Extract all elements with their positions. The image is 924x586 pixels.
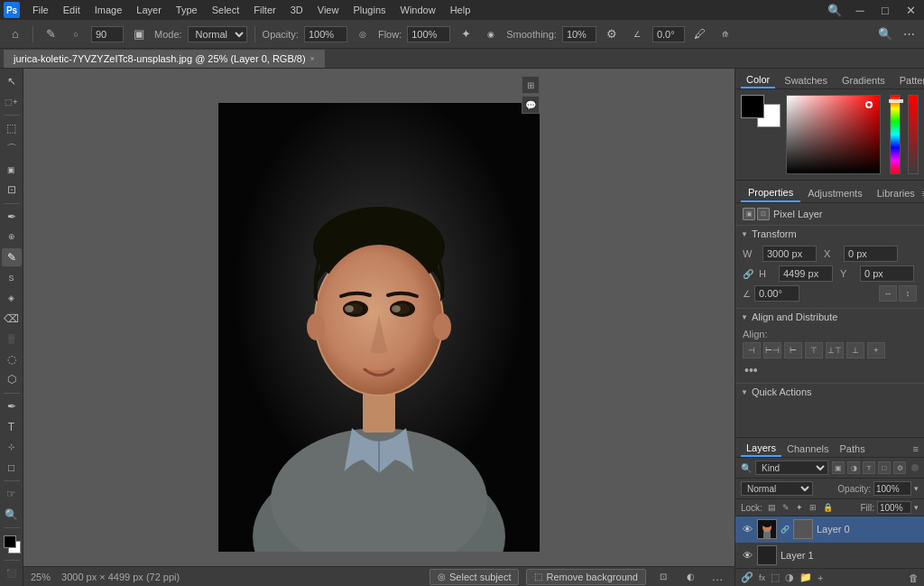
adjustment-layer-icon[interactable]: ◑ (785, 572, 794, 583)
path-select-tool[interactable]: ⊹ (2, 438, 22, 457)
layer-1-visibility-icon[interactable]: 👁 (741, 549, 753, 562)
layer-row-0[interactable]: 👁 🔗 Layer 0 (735, 516, 924, 543)
menu-view[interactable]: View (310, 3, 346, 17)
pen-tool[interactable]: ✒ (2, 397, 22, 416)
menu-type[interactable]: Type (169, 3, 205, 17)
filter-kind-dropdown[interactable]: Kind (755, 460, 828, 475)
search-icon[interactable]: 🔍 (825, 0, 845, 20)
tab-adjustments[interactable]: Adjustments (800, 185, 870, 201)
tab-color[interactable]: Color (741, 72, 775, 88)
tab-paths[interactable]: Paths (835, 442, 871, 456)
layer-row-1[interactable]: 👁 Layer 1 (735, 543, 924, 569)
smoothing-input[interactable] (562, 26, 596, 42)
angle-icon[interactable]: ∠ (627, 24, 647, 44)
height-input[interactable] (779, 265, 833, 282)
opacity-chevron[interactable]: ▾ (914, 484, 919, 493)
history-brush-tool[interactable]: ◈ (2, 289, 22, 308)
layer-icon-1[interactable]: ▣ (743, 208, 755, 220)
transform-section-header[interactable]: ▼ Transform (735, 225, 924, 242)
remove-background-button[interactable]: ⬚ Remove background (526, 569, 646, 585)
color-gradient-picker[interactable] (786, 95, 881, 174)
crop-tool[interactable]: ⊡ (2, 181, 22, 200)
layers-panel-menu-icon[interactable]: ≡ (913, 443, 919, 454)
restore-icon[interactable]: □ (875, 0, 895, 20)
width-input[interactable] (762, 246, 817, 262)
filter-adjustment-icon[interactable]: ◑ (847, 461, 860, 474)
flow-input[interactable] (407, 26, 450, 42)
filter-shape-icon[interactable]: □ (878, 461, 891, 474)
brush-tool[interactable]: ✎ (2, 248, 22, 267)
layer-0-visibility-icon[interactable]: 👁 (741, 523, 753, 535)
foreground-color-swatch[interactable] (4, 535, 16, 548)
filter-pixel-icon[interactable]: ▣ (832, 461, 845, 474)
extra-options-icon[interactable]: ⋯ (899, 24, 919, 44)
mode-dropdown[interactable]: Normal (188, 26, 247, 42)
quick-actions-section-header[interactable]: ▼ Quick Actions (735, 383, 924, 400)
menu-3d[interactable]: 3D (283, 3, 310, 17)
document-tab[interactable]: jurica-koletic-7YVZYZeITc8-unsplash.jpg … (4, 50, 325, 68)
align-more-button[interactable]: + (867, 342, 885, 358)
tab-layers[interactable]: Layers (741, 441, 781, 457)
brush-size-input[interactable] (91, 26, 124, 42)
spot-heal-tool[interactable]: ⊕ (2, 228, 22, 246)
opacity-input[interactable] (873, 481, 911, 496)
menu-window[interactable]: Window (393, 3, 443, 17)
filter-toggle[interactable] (911, 464, 919, 471)
airbrush-icon[interactable]: ✦ (456, 24, 476, 44)
new-layer-icon[interactable]: + (818, 572, 823, 583)
blend-mode-dropdown[interactable]: Normal (741, 481, 813, 496)
tab-close-button[interactable]: × (310, 54, 315, 63)
gradient-tool[interactable]: ░ (2, 330, 22, 349)
align-top-button[interactable]: ⊤ (805, 342, 823, 358)
eraser-tool[interactable]: ⌫ (2, 309, 22, 328)
select-subject-button[interactable]: ◎ Select subject (430, 569, 519, 585)
marquee-tool[interactable]: ⬚ (2, 119, 22, 138)
align-distribute-section-header[interactable]: ▼ Align and Distribute (735, 308, 924, 325)
menu-image[interactable]: Image (88, 3, 130, 17)
menu-file[interactable]: File (25, 3, 56, 17)
layer-link-icon[interactable]: 🔗 (741, 572, 753, 583)
delete-layer-icon[interactable]: 🗑 (909, 572, 919, 583)
minimize-icon[interactable]: ─ (850, 0, 870, 20)
hue-slider[interactable] (890, 95, 901, 174)
dodge-tool[interactable]: ⬡ (2, 370, 22, 389)
search-bar-icon[interactable]: 🔍 (875, 24, 895, 44)
crop-size-icon[interactable]: ⊡ (653, 567, 673, 587)
blur-tool[interactable]: ◌ (2, 350, 22, 369)
photo-canvas[interactable] (218, 103, 540, 552)
menu-help[interactable]: Help (443, 3, 478, 17)
shape-tool[interactable]: □ (2, 459, 22, 478)
fill-chevron[interactable]: ▾ (914, 503, 919, 512)
folder-icon[interactable]: 📁 (799, 572, 812, 583)
info-circle-icon[interactable]: ◐ (680, 567, 700, 587)
lock-transparent-icon[interactable]: ▤ (766, 502, 778, 513)
filter-icon[interactable]: 🔍 (741, 463, 752, 473)
brush-tool-icon[interactable]: ✎ (41, 24, 60, 44)
tab-properties[interactable]: Properties (741, 184, 800, 202)
close-icon[interactable]: ✕ (901, 0, 920, 20)
angle-input[interactable] (754, 285, 799, 302)
align-center-v-button[interactable]: ⊥⊤ (826, 342, 844, 358)
pressure-opacity-icon[interactable]: ◎ (353, 24, 373, 44)
clone-tool[interactable]: S (2, 268, 22, 287)
home-icon[interactable]: ⌂ (5, 24, 25, 44)
lock-all-icon[interactable]: 🔒 (821, 502, 835, 513)
tab-gradients[interactable]: Gradients (836, 73, 891, 88)
more-options-icon[interactable]: … (707, 567, 727, 587)
brush-size-icon[interactable]: ○ (66, 24, 86, 44)
menu-filter[interactable]: Filter (246, 3, 282, 17)
layer-fx-icon[interactable]: fx (759, 573, 765, 582)
align-bottom-button[interactable]: ⊥ (846, 342, 864, 358)
comment-icon[interactable]: 💬 (522, 96, 540, 114)
menu-select[interactable]: Select (205, 3, 247, 17)
tab-patterns[interactable]: Patterns (894, 73, 924, 88)
hand-tool[interactable]: ☞ (2, 485, 22, 504)
eyedropper-tool[interactable]: ✒ (2, 207, 22, 226)
lock-position-icon[interactable]: ✦ (794, 502, 805, 513)
tab-swatches[interactable]: Swatches (779, 73, 833, 88)
type-tool[interactable]: T (2, 417, 22, 436)
more-options-button[interactable]: ••• (743, 361, 917, 379)
artboard-tool[interactable]: ⬚+ (2, 93, 22, 112)
foreground-color-picker[interactable] (741, 95, 764, 118)
smoothing-settings-icon[interactable]: ⚙ (602, 24, 622, 44)
